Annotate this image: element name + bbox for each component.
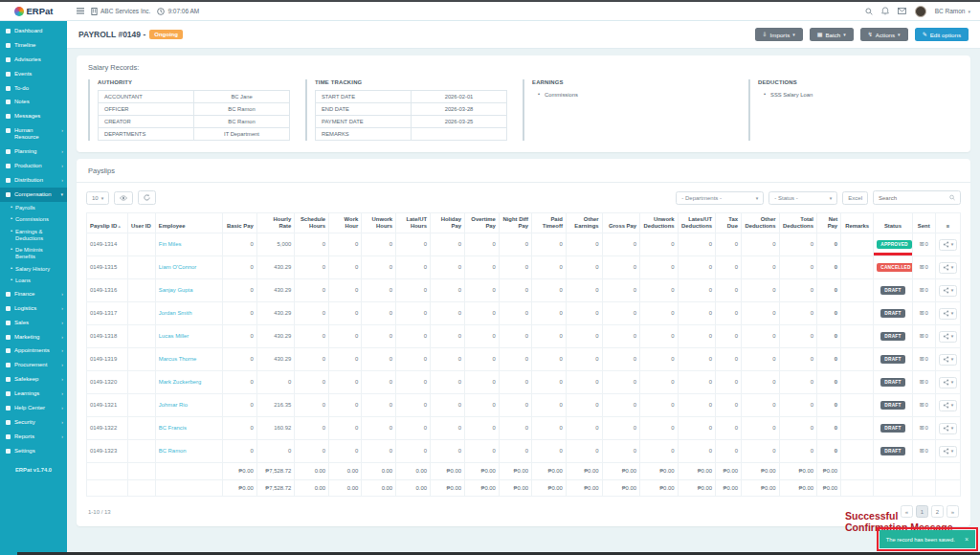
sidebar-item-learnings[interactable]: Learnings› (0, 387, 67, 401)
row-actions-button[interactable]: ▾ (939, 377, 958, 388)
column-header-night-diff-pay[interactable]: Night Diff Pay (499, 213, 531, 233)
column-header-overtime-pay[interactable]: Overtime Pay (464, 213, 499, 233)
employee-link[interactable]: Fin Miles (159, 241, 182, 247)
sidebar-item-marketing[interactable]: Marketing› (0, 330, 67, 344)
sidebar-subitem-earnings-deductions[interactable]: •Earnings & Deductions (0, 226, 67, 244)
sidebar-item-production[interactable]: Production› (0, 159, 67, 173)
departments-filter-select[interactable]: - Departments -▾ (676, 191, 764, 205)
refresh-button[interactable] (138, 190, 156, 205)
column-header-gross-pay[interactable]: Gross Pay (602, 213, 640, 233)
notifications-bell-icon[interactable] (881, 7, 889, 15)
row-actions-button[interactable]: ▾ (939, 354, 958, 366)
sidebar-subitem-de-minimis-benefits[interactable]: •De Minimis Benefits (0, 244, 67, 262)
sidebar-subitem-commissions[interactable]: •Commissions (0, 213, 67, 226)
share-icon (943, 264, 949, 271)
row-actions-button[interactable]: ▾ (939, 423, 958, 434)
sidebar-item-settings[interactable]: Settings (0, 444, 67, 458)
messages-mail-icon[interactable] (898, 8, 906, 14)
toast-close-icon[interactable]: × (965, 536, 969, 543)
column-header-payslip-id[interactable]: Payslip ID ▴ (87, 213, 128, 233)
actions-button[interactable]: ↯Actions▾ (860, 28, 908, 41)
sidebar-item-reports[interactable]: Reports› (0, 430, 67, 444)
sidebar-item-messages[interactable]: Messages (0, 109, 67, 123)
column-header-schedule-hours[interactable]: Schedule Hours (295, 213, 329, 233)
column-header-employee[interactable]: Employee (155, 213, 222, 233)
employee-link[interactable]: BC Francis (159, 425, 187, 431)
sidebar-item-appointments[interactable]: Appointments› (0, 344, 67, 358)
row-actions-button[interactable]: ▾ (939, 400, 958, 411)
page-size-select[interactable]: 10▾ (86, 191, 109, 205)
column-header-other-deductions[interactable]: Other Deductions (742, 213, 780, 233)
app-logo[interactable]: ERPat (0, 2, 67, 20)
sidebar-item-distribution[interactable]: Distribution› (0, 173, 67, 188)
sidebar-subitem-salary-history[interactable]: •Salary History (0, 263, 67, 276)
employee-link[interactable]: Lucas Miller (159, 333, 189, 339)
search-input[interactable] (879, 195, 946, 201)
column-header-user-id[interactable]: User ID (128, 213, 156, 233)
column-header-remarks[interactable]: Remarks (841, 213, 874, 233)
column-header-hourly-rate[interactable]: Hourly Rate (256, 213, 295, 233)
column-visibility-button[interactable] (114, 191, 133, 205)
column-header-paid-timeoff[interactable]: Paid Timeoff (531, 213, 566, 233)
row-actions-button[interactable]: ▾ (939, 331, 958, 343)
sidebar-item-human-resource[interactable]: Human Resource› (0, 123, 67, 144)
user-avatar[interactable] (915, 6, 926, 17)
column-menu-icon[interactable]: ≡ (935, 213, 960, 233)
column-header-total-deductions[interactable]: Total Deductions (779, 213, 817, 233)
edit-options-button[interactable]: ✎Edit options (915, 28, 969, 41)
column-header-net-pay[interactable]: Net Pay (817, 213, 841, 233)
events-icon (6, 72, 11, 77)
sidebar-item-dashboard[interactable]: Dashboard (0, 24, 67, 38)
row-actions-button[interactable]: ▾ (939, 446, 958, 457)
sidebar-item-procurement[interactable]: Procurement› (0, 358, 67, 372)
chevron-right-icon: › (61, 321, 63, 326)
sidebar-item-planning[interactable]: Planning› (0, 144, 67, 159)
sidebar-subitem-payrolls[interactable]: •Payrolls (0, 202, 67, 214)
sidebar-item-notes[interactable]: Notes (0, 95, 67, 109)
column-header-lates-ut-deductions[interactable]: Lates/UT Deductions (678, 213, 716, 233)
sidebar-item-security[interactable]: Security› (0, 415, 67, 430)
search-icon[interactable] (865, 8, 873, 15)
row-actions-button[interactable]: ▾ (939, 239, 958, 251)
sidebar-item-sales[interactable]: Sales› (0, 316, 67, 330)
imports-button[interactable]: ⇩Imports▾ (755, 28, 803, 41)
employee-link[interactable]: BC Ramon (159, 448, 187, 454)
excel-export-button[interactable]: Excel (842, 191, 868, 205)
row-actions-button[interactable]: ▾ (939, 285, 958, 297)
employee-link[interactable]: Liam O'Connor (159, 264, 196, 270)
employee-link[interactable]: Johmar Rio (159, 402, 188, 408)
sidebar-item-help-center[interactable]: Help Center› (0, 401, 67, 415)
employee-link[interactable]: Mark Zuckerberg (159, 379, 202, 385)
sidebar-subitem-loans[interactable]: •Loans (0, 275, 67, 287)
sidebar-item-advisories[interactable]: Advisories (0, 53, 67, 67)
company-selector[interactable]: ABC Services Inc. (91, 8, 150, 15)
status-filter-select[interactable]: - Status -▾ (768, 191, 837, 205)
column-header-basic-pay[interactable]: Basic Pay (222, 213, 256, 233)
column-header-holiday-pay[interactable]: Holiday Pay (431, 213, 465, 233)
total-value: ₱0.00 (678, 479, 716, 496)
column-header-unwork-deductions[interactable]: Unwork Deductions (640, 213, 679, 233)
column-header-work-hour[interactable]: Work Hour (329, 213, 362, 233)
column-header-other-earnings[interactable]: Other Earnings (566, 213, 602, 233)
sidebar-item-logistics[interactable]: Logistics› (0, 301, 67, 316)
sidebar-item-events[interactable]: Events (0, 67, 67, 81)
column-header-late-ut-hours[interactable]: Late/UT Hours (396, 213, 431, 233)
sidebar-item-finance[interactable]: Finance› (0, 287, 67, 301)
hamburger-menu-icon[interactable] (77, 8, 84, 14)
row-actions-button[interactable]: ▾ (939, 308, 958, 320)
row-actions-button[interactable]: ▾ (939, 262, 958, 274)
batch-button[interactable]: ▦Batch▾ (810, 28, 854, 41)
column-header-tax-due[interactable]: Tax Due (716, 213, 742, 233)
cell-value: 0 (499, 417, 531, 440)
sidebar-item-compensation[interactable]: Compensation▾ (0, 188, 67, 202)
column-header-sent[interactable]: Sent (912, 213, 935, 233)
sidebar-item-safekeep[interactable]: Safekeep› (0, 372, 67, 387)
employee-link[interactable]: Jordan Smith (159, 310, 192, 316)
sidebar-item-to-do[interactable]: To-do (0, 81, 67, 96)
column-header-status[interactable]: Status (874, 213, 912, 233)
employee-link[interactable]: Marcus Thorne (159, 356, 197, 362)
user-menu[interactable]: BC Ramon ▾ (935, 8, 970, 14)
column-header-unwork-hours[interactable]: Unwork Hours (362, 213, 396, 233)
sidebar-item-timeline[interactable]: Timeline (0, 38, 67, 53)
employee-link[interactable]: Sanjay Gupta (159, 287, 193, 293)
